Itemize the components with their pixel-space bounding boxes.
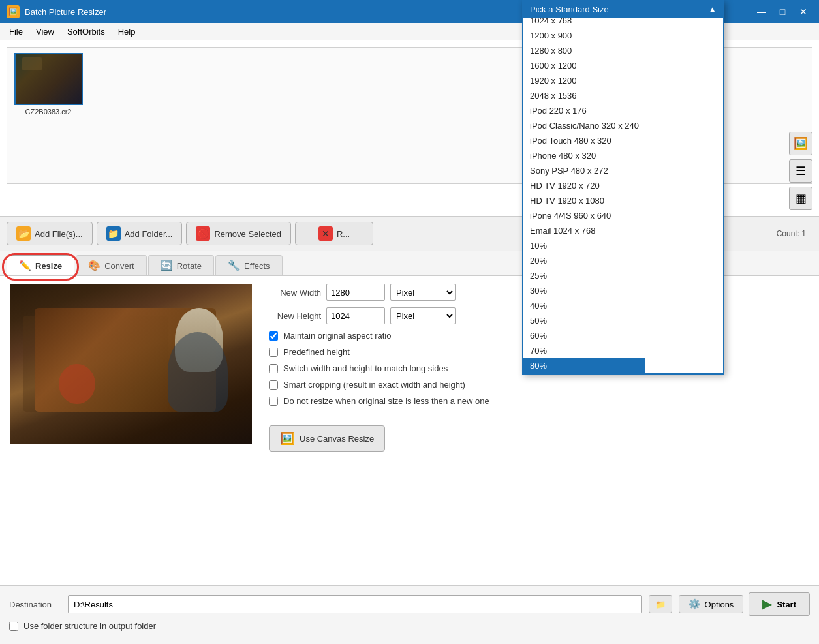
destination-browse-button[interactable]: 📁 bbox=[649, 595, 672, 613]
convert-tab-label: Convert bbox=[104, 261, 134, 271]
no-resize-label[interactable]: Do not resize when original size is less… bbox=[283, 396, 489, 406]
remove-selected-button[interactable]: 🚫 Remove Selected bbox=[186, 222, 291, 245]
switch-sides-checkbox[interactable] bbox=[269, 364, 278, 373]
dropdown-item[interactable]: 1920 x 1200 bbox=[523, 73, 645, 88]
resize-tab-label: Resize bbox=[35, 261, 62, 271]
dropdown-item[interactable]: 30% bbox=[523, 283, 645, 298]
maximize-button[interactable]: □ bbox=[773, 4, 792, 20]
height-input[interactable] bbox=[326, 307, 385, 324]
menu-file[interactable]: File bbox=[3, 25, 29, 38]
tab-convert[interactable]: 🎨 Convert bbox=[76, 255, 147, 275]
predefined-height-checkbox[interactable] bbox=[269, 348, 278, 357]
remove-all-button[interactable]: ✕ R... bbox=[295, 222, 373, 245]
menu-help[interactable]: Help bbox=[112, 25, 142, 38]
start-label: Start bbox=[777, 600, 796, 609]
main-content: CZ2B0383.cr2 🖼️ ☰ ▦ 📂 Add File(s)... 📁 A… bbox=[0, 40, 819, 644]
width-input[interactable] bbox=[326, 284, 385, 301]
file-thumbnail bbox=[14, 53, 83, 105]
right-icon-panel: 🖼️ ☰ ▦ bbox=[789, 132, 812, 210]
dropdown-item[interactable]: iPone 4/4S 960 x 640 bbox=[523, 208, 645, 223]
tab-resize[interactable]: ✏️ Resize bbox=[7, 255, 74, 275]
standard-size-dropdown: Pick a Standard Size ▲ [Screen Size] - 1… bbox=[522, 0, 724, 375]
add-folder-label: Add Folder... bbox=[125, 229, 173, 239]
destination-input[interactable] bbox=[68, 595, 642, 613]
dropdown-item[interactable]: iPod Classic/Nano 320 x 240 bbox=[523, 118, 645, 133]
canvas-resize-button[interactable]: 🖼️ Use Canvas Resize bbox=[269, 425, 385, 452]
smart-crop-checkbox[interactable] bbox=[269, 380, 278, 390]
dropdown-item[interactable]: HD TV 1920 x 1080 bbox=[523, 193, 645, 208]
dropdown-item[interactable]: 1200 x 900 bbox=[523, 28, 645, 43]
view-image-button[interactable]: 🖼️ bbox=[789, 132, 812, 155]
dropdown-item[interactable]: Sony PSP 480 x 272 bbox=[523, 163, 645, 178]
dropdown-item[interactable]: 70% bbox=[523, 343, 645, 358]
dropdown-item[interactable]: 1024 x 768 bbox=[523, 18, 645, 28]
remove-all-label: R... bbox=[337, 229, 350, 239]
window-controls: — □ ✕ bbox=[752, 4, 812, 20]
width-unit-select[interactable]: Pixel Percent Centimeter Inch bbox=[390, 284, 456, 301]
view-list-button[interactable]: ☰ bbox=[789, 159, 812, 183]
browse-icon: 📁 bbox=[655, 600, 666, 609]
dropdown-item[interactable]: iPhone 480 x 320 bbox=[523, 148, 645, 163]
start-button[interactable]: ▶ Start bbox=[749, 592, 810, 616]
close-button[interactable]: ✕ bbox=[794, 4, 812, 20]
dropdown-inner: [Screen Size] - 1920x1080Keep original s… bbox=[523, 18, 723, 373]
add-files-button[interactable]: 📂 Add File(s)... bbox=[7, 222, 93, 245]
predefined-height-label[interactable]: Predefined height bbox=[283, 347, 350, 357]
height-row: New Height Pixel Percent Centimeter Inch bbox=[262, 307, 489, 324]
preview-image bbox=[10, 284, 252, 444]
thumbnail-image bbox=[16, 54, 82, 104]
rotate-tab-icon: 🔄 bbox=[161, 260, 173, 271]
folder-structure-label[interactable]: Use folder structure in output folder bbox=[23, 621, 156, 631]
no-resize-checkbox[interactable] bbox=[269, 397, 278, 406]
maintain-aspect-row: Maintain original aspect ratio bbox=[269, 331, 489, 341]
effects-tab-icon: 🔧 bbox=[228, 260, 240, 271]
destination-label: Destination bbox=[9, 600, 61, 609]
resize-tab-icon: ✏️ bbox=[19, 260, 31, 271]
view-grid-button[interactable]: ▦ bbox=[789, 187, 812, 210]
bottom-bar: Destination 📁 ⚙️ Options ▶ Start Use fol… bbox=[0, 585, 819, 644]
gear-icon: ⚙️ bbox=[688, 598, 701, 610]
width-label: New Width bbox=[262, 288, 321, 298]
app-icon: 🖼️ bbox=[7, 5, 20, 18]
file-count: Count: 1 bbox=[777, 229, 812, 238]
resize-controls: New Width Pixel Percent Centimeter Inch … bbox=[262, 284, 489, 577]
maintain-aspect-checkbox[interactable] bbox=[269, 331, 278, 341]
tab-effects[interactable]: 🔧 Effects bbox=[215, 255, 283, 275]
effects-tab-label: Effects bbox=[244, 261, 270, 271]
dropdown-item[interactable]: 1280 x 800 bbox=[523, 43, 645, 58]
options-button[interactable]: ⚙️ Options bbox=[679, 595, 744, 613]
list-item[interactable]: CZ2B0383.cr2 bbox=[12, 53, 84, 178]
dropdown-item[interactable]: 80% bbox=[523, 358, 645, 373]
add-folder-button[interactable]: 📁 Add Folder... bbox=[97, 222, 183, 245]
dropdown-item[interactable]: iPod 220 x 176 bbox=[523, 103, 645, 118]
height-unit-select[interactable]: Pixel Percent Centimeter Inch bbox=[390, 307, 456, 324]
dropdown-item[interactable]: 60% bbox=[523, 328, 645, 343]
dropdown-item[interactable]: 10% bbox=[523, 238, 645, 253]
height-label: New Height bbox=[262, 311, 321, 321]
dropdown-list[interactable]: [Screen Size] - 1920x1080Keep original s… bbox=[523, 18, 645, 373]
convert-tab-icon: 🎨 bbox=[88, 260, 100, 271]
dropdown-item[interactable]: 2048 x 1536 bbox=[523, 88, 645, 103]
maintain-aspect-label[interactable]: Maintain original aspect ratio bbox=[283, 331, 391, 341]
dropdown-item[interactable]: 40% bbox=[523, 298, 645, 313]
minimize-button[interactable]: — bbox=[752, 4, 771, 20]
remove-icon: 🚫 bbox=[196, 226, 210, 241]
dropdown-item[interactable]: 50% bbox=[523, 313, 645, 328]
destination-row: Destination 📁 ⚙️ Options ▶ Start bbox=[9, 592, 810, 616]
smart-crop-label[interactable]: Smart cropping (result in exact width an… bbox=[283, 380, 465, 390]
dropdown-scroll-up-icon[interactable]: ▲ bbox=[708, 5, 717, 14]
dropdown-item[interactable]: HD TV 1920 x 720 bbox=[523, 178, 645, 193]
dropdown-item[interactable]: iPod Touch 480 x 320 bbox=[523, 133, 645, 148]
dropdown-item[interactable]: 20% bbox=[523, 253, 645, 268]
menu-softorbits[interactable]: SoftOrbits bbox=[61, 25, 112, 38]
switch-sides-label[interactable]: Switch width and height to match long si… bbox=[283, 363, 448, 373]
tab-rotate[interactable]: 🔄 Rotate bbox=[148, 255, 214, 275]
dropdown-item[interactable]: 1600 x 1200 bbox=[523, 58, 645, 73]
dropdown-header: Pick a Standard Size ▲ bbox=[523, 1, 723, 18]
predefined-height-row: Predefined height bbox=[269, 347, 489, 357]
smart-crop-row: Smart cropping (result in exact width an… bbox=[269, 380, 489, 390]
dropdown-item[interactable]: 25% bbox=[523, 268, 645, 283]
folder-structure-checkbox[interactable] bbox=[9, 622, 18, 631]
dropdown-item[interactable]: Email 1024 x 768 bbox=[523, 223, 645, 238]
menu-view[interactable]: View bbox=[29, 25, 61, 38]
